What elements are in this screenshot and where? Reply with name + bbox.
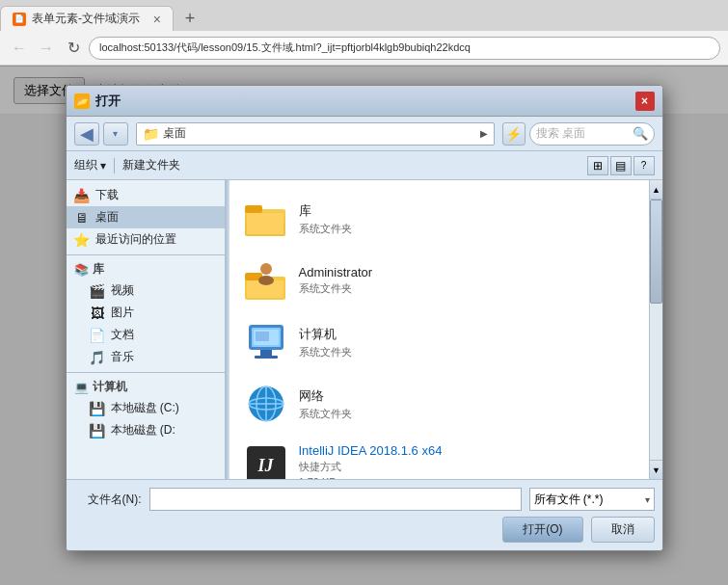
intellij-file-icon: IJ <box>243 442 289 479</box>
sidebar-label-music: 音乐 <box>111 349 134 365</box>
sidebar-item-document[interactable]: 📄 文档 <box>67 324 225 346</box>
view-grid-button[interactable]: ⊞ <box>587 156 608 175</box>
tab-title: 表单元素-文件域演示 <box>32 11 148 27</box>
library-folder-icon: 📚 <box>74 263 89 277</box>
sidebar-divider-2 <box>67 372 225 373</box>
dialog-sidebar: 📥 下载 🖥 桌面 ⭐ 最近访问的位置 📚 库 🎬 <box>67 180 226 479</box>
sidebar-item-video[interactable]: 🎬 视频 <box>67 279 225 302</box>
svg-rect-2 <box>245 205 262 213</box>
scrollbar-track <box>650 199 662 460</box>
sidebar-section-computer: 💻 计算机 <box>67 377 225 397</box>
help-button[interactable]: ? <box>634 156 655 175</box>
sidebar-item-desktop[interactable]: 🖥 桌面 <box>67 206 225 228</box>
refresh-button[interactable]: ↻ <box>62 37 85 60</box>
svg-point-8 <box>258 276 274 285</box>
intellij-file-info: IntelliJ IDEA 2018.1.6 x64 快捷方式 1.70 KB <box>299 443 443 479</box>
library-file-info: 库 系统文件夹 <box>299 202 352 236</box>
back-button[interactable]: ← <box>8 37 31 60</box>
file-item-network[interactable]: 网络 系统文件夹 <box>237 373 641 435</box>
search-bar[interactable]: 搜索 桌面 🔍 <box>529 122 655 146</box>
computer-file-icon <box>243 319 289 365</box>
computer-file-type: 系统文件夹 <box>299 345 352 359</box>
network-file-info: 网络 系统文件夹 <box>299 387 352 421</box>
cancel-button[interactable]: 取消 <box>591 517 655 543</box>
library-file-name: 库 <box>299 202 352 220</box>
footer-buttons: 打开(O) 取消 <box>74 517 655 543</box>
music-icon: 🎵 <box>90 350 105 365</box>
view-buttons: ⊞ ▤ ? <box>587 156 655 175</box>
dialog-refresh-button[interactable]: ⚡ <box>502 122 526 146</box>
file-item-intellij[interactable]: IJ IntelliJ IDEA 2018.1.6 x64 快捷方式 1.70 … <box>237 435 641 479</box>
help-icon: ? <box>641 160 647 171</box>
dialog-close-button[interactable]: × <box>635 92 655 111</box>
computer-file-name: 计算机 <box>299 326 352 343</box>
sidebar-item-recent[interactable]: ⭐ 最近访问的位置 <box>67 228 225 251</box>
details-icon: ▤ <box>615 159 626 173</box>
document-icon: 📄 <box>90 328 105 343</box>
drive-d-icon: 💾 <box>90 423 105 439</box>
library-file-icon <box>243 196 289 242</box>
filetype-dropdown[interactable]: 所有文件 (*.*) ▾ <box>529 488 655 511</box>
dialog-backdrop: 📂 打开 × ◀ ▾ 📁 桌面 ▶ ⚡ 搜索 桌面 🔍 <box>0 66 728 585</box>
scroll-up-button[interactable]: ▲ <box>650 180 663 199</box>
sidebar-divider-1 <box>67 254 225 255</box>
sidebar-item-drive-d[interactable]: 💾 本地磁盘 (D: <box>67 419 225 441</box>
sidebar-label-download: 下载 <box>95 187 119 203</box>
location-path: 桌面 <box>163 125 476 142</box>
intellij-file-size: 1.70 KB <box>299 476 443 479</box>
view-details-button[interactable]: ▤ <box>610 156 632 175</box>
svg-rect-14 <box>256 332 269 341</box>
footer-filename-row: 文件名(N): 所有文件 (*.*) ▾ <box>74 488 655 511</box>
forward-button[interactable]: → <box>35 37 58 60</box>
new-folder-button[interactable]: 新建文件夹 <box>122 157 180 173</box>
dialog-back-button[interactable]: ◀ <box>74 122 99 146</box>
admin-file-info: Administrator 系统文件夹 <box>299 265 373 296</box>
search-placeholder: 搜索 桌面 <box>536 125 629 142</box>
intellij-file-name: IntelliJ IDEA 2018.1.6 x64 <box>299 443 443 458</box>
open-button[interactable]: 打开(O) <box>502 517 582 543</box>
sidebar-label-drive-c: 本地磁盘 (C:) <box>111 400 179 416</box>
dialog-dropdown-button[interactable]: ▾ <box>103 122 128 146</box>
grid-icon: ⊞ <box>593 159 603 173</box>
video-icon: 🎬 <box>90 283 105 299</box>
sidebar-item-drive-c[interactable]: 💾 本地磁盘 (C:) <box>67 397 225 419</box>
sidebar-label-document: 文档 <box>111 327 134 343</box>
sidebar-item-picture[interactable]: 🖼 图片 <box>67 302 225 324</box>
sidebar-label-drive-d: 本地磁盘 (D: <box>111 422 175 439</box>
dialog-body: 📥 下载 🖥 桌面 ⭐ 最近访问的位置 📚 库 🎬 <box>67 180 662 479</box>
dialog-title-text: 打开 <box>95 93 635 110</box>
computer-file-info: 计算机 系统文件夹 <box>299 326 352 359</box>
file-item-computer[interactable]: 计算机 系统文件夹 <box>237 311 641 373</box>
scrollbar-thumb[interactable] <box>650 199 662 304</box>
new-tab-button[interactable]: + <box>177 6 202 31</box>
sidebar-label-desktop: 桌面 <box>95 209 119 226</box>
recent-icon: ⭐ <box>74 232 90 248</box>
address-bar[interactable]: localhost:50133/代码/lesson09/15.文件域.html?… <box>89 37 720 60</box>
sidebar-section-library: 📚 库 <box>67 259 225 279</box>
file-dialog: 📂 打开 × ◀ ▾ 📁 桌面 ▶ ⚡ 搜索 桌面 🔍 <box>66 85 663 551</box>
scroll-down-button[interactable]: ▼ <box>650 460 663 479</box>
library-file-type: 系统文件夹 <box>299 222 352 236</box>
file-item-library[interactable]: 库 系统文件夹 <box>237 188 641 250</box>
address-text: localhost:50133/代码/lesson09/15.文件域.html?… <box>99 40 710 55</box>
drive-c-icon: 💾 <box>90 401 105 416</box>
dialog-scrollbar[interactable]: ▲ ▼ <box>649 180 662 479</box>
browser-tab[interactable]: 📄 表单元素-文件域演示 × <box>0 6 174 31</box>
network-file-name: 网络 <box>299 387 352 405</box>
location-arrow-icon: ▶ <box>480 128 488 139</box>
organize-button[interactable]: 组织 ▾ <box>74 157 106 173</box>
computer-folder-icon: 💻 <box>74 381 89 394</box>
filename-input[interactable] <box>149 488 522 511</box>
filetype-dropdown-arrow: ▾ <box>645 494 650 505</box>
file-item-administrator[interactable]: Administrator 系统文件夹 <box>237 250 641 311</box>
network-file-type: 系统文件夹 <box>299 407 352 421</box>
picture-icon: 🖼 <box>90 306 105 321</box>
svg-rect-3 <box>247 213 283 234</box>
toolbar-separator <box>114 158 115 173</box>
refresh-icon: ⚡ <box>505 126 522 142</box>
sidebar-item-download[interactable]: 📥 下载 <box>67 184 225 206</box>
tab-close-button[interactable]: × <box>153 13 161 26</box>
sidebar-item-music[interactable]: 🎵 音乐 <box>67 346 225 368</box>
network-file-icon <box>243 381 289 427</box>
location-bar[interactable]: 📁 桌面 ▶ <box>136 122 495 146</box>
